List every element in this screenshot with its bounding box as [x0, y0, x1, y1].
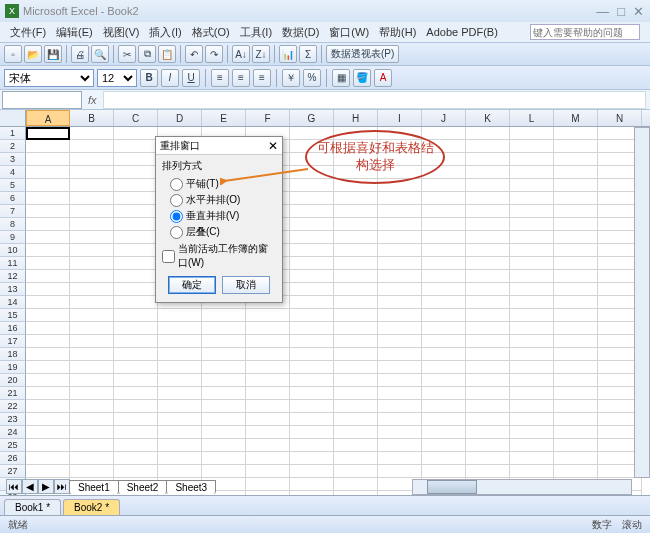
cell[interactable]: [246, 335, 290, 348]
cell[interactable]: [290, 478, 334, 491]
cell[interactable]: [466, 283, 510, 296]
cell[interactable]: [510, 153, 554, 166]
cell[interactable]: [70, 335, 114, 348]
print-icon[interactable]: 🖨: [71, 45, 89, 63]
cell[interactable]: [422, 413, 466, 426]
cell[interactable]: [70, 179, 114, 192]
cell[interactable]: [246, 374, 290, 387]
cell[interactable]: [246, 439, 290, 452]
col-header-F[interactable]: F: [246, 110, 290, 126]
option-horizontal-radio[interactable]: [170, 194, 183, 207]
cell[interactable]: [334, 179, 378, 192]
cell[interactable]: [334, 387, 378, 400]
cell[interactable]: [70, 231, 114, 244]
cell[interactable]: [510, 270, 554, 283]
cell[interactable]: [290, 400, 334, 413]
col-header-G[interactable]: G: [290, 110, 334, 126]
cell[interactable]: [378, 387, 422, 400]
cell[interactable]: [466, 452, 510, 465]
cell[interactable]: [510, 127, 554, 140]
menu-help[interactable]: 帮助(H): [375, 24, 420, 41]
cell[interactable]: [246, 361, 290, 374]
cell[interactable]: [334, 491, 378, 495]
horizontal-scrollbar[interactable]: [412, 479, 632, 495]
row-header[interactable]: 19: [0, 361, 26, 374]
cell[interactable]: [26, 153, 70, 166]
cell[interactable]: [510, 166, 554, 179]
cell[interactable]: [290, 387, 334, 400]
cell[interactable]: [378, 192, 422, 205]
sum-icon[interactable]: Σ: [299, 45, 317, 63]
cell[interactable]: [26, 244, 70, 257]
cell[interactable]: [422, 270, 466, 283]
cell[interactable]: [466, 374, 510, 387]
cell[interactable]: [554, 361, 598, 374]
select-all-corner[interactable]: [0, 110, 26, 126]
col-header-A[interactable]: A: [26, 110, 70, 126]
cell[interactable]: [246, 413, 290, 426]
cell[interactable]: [554, 231, 598, 244]
cell[interactable]: [510, 218, 554, 231]
cell[interactable]: [554, 296, 598, 309]
cell[interactable]: [378, 348, 422, 361]
cell[interactable]: [70, 322, 114, 335]
cell[interactable]: [114, 439, 158, 452]
cell[interactable]: [114, 413, 158, 426]
cell[interactable]: [202, 426, 246, 439]
col-header-E[interactable]: E: [202, 110, 246, 126]
row-header[interactable]: 26: [0, 452, 26, 465]
cell[interactable]: [26, 335, 70, 348]
col-header-C[interactable]: C: [114, 110, 158, 126]
cell[interactable]: [334, 283, 378, 296]
maximize-button[interactable]: □: [617, 4, 625, 19]
percent-icon[interactable]: %: [303, 69, 321, 87]
row-header[interactable]: 23: [0, 413, 26, 426]
cell[interactable]: [334, 452, 378, 465]
cell[interactable]: [334, 374, 378, 387]
name-box[interactable]: [2, 91, 82, 109]
cell[interactable]: [70, 374, 114, 387]
cell[interactable]: [114, 348, 158, 361]
cell[interactable]: [334, 192, 378, 205]
sheet-nav-last[interactable]: ⏭: [54, 479, 70, 494]
cell[interactable]: [158, 400, 202, 413]
cell[interactable]: [114, 309, 158, 322]
cell[interactable]: [290, 205, 334, 218]
cell[interactable]: [70, 166, 114, 179]
cell[interactable]: [70, 192, 114, 205]
cell[interactable]: [554, 322, 598, 335]
sheet-tab-3[interactable]: Sheet3: [166, 480, 216, 494]
cell[interactable]: [466, 153, 510, 166]
cell[interactable]: [334, 322, 378, 335]
menu-data[interactable]: 数据(D): [278, 24, 323, 41]
cell[interactable]: [334, 413, 378, 426]
cell[interactable]: [334, 166, 378, 179]
cell[interactable]: [26, 400, 70, 413]
cell[interactable]: [290, 231, 334, 244]
cell[interactable]: [422, 296, 466, 309]
cell[interactable]: [114, 426, 158, 439]
cell[interactable]: [158, 322, 202, 335]
cell[interactable]: [378, 400, 422, 413]
row-header[interactable]: 10: [0, 244, 26, 257]
cell[interactable]: [422, 309, 466, 322]
cell[interactable]: [70, 309, 114, 322]
cell[interactable]: [334, 257, 378, 270]
row-header[interactable]: 2: [0, 140, 26, 153]
cell[interactable]: [70, 348, 114, 361]
row-header[interactable]: 12: [0, 270, 26, 283]
cell[interactable]: [510, 179, 554, 192]
cell[interactable]: [422, 166, 466, 179]
cell[interactable]: [202, 413, 246, 426]
cell[interactable]: [70, 257, 114, 270]
cell[interactable]: [202, 348, 246, 361]
cell[interactable]: [510, 244, 554, 257]
cell[interactable]: [466, 179, 510, 192]
cell[interactable]: [554, 400, 598, 413]
cell[interactable]: [466, 348, 510, 361]
cell[interactable]: [202, 361, 246, 374]
sheet-nav-next[interactable]: ▶: [38, 479, 54, 494]
row-header[interactable]: 6: [0, 192, 26, 205]
cell[interactable]: [554, 374, 598, 387]
row-header[interactable]: 9: [0, 231, 26, 244]
